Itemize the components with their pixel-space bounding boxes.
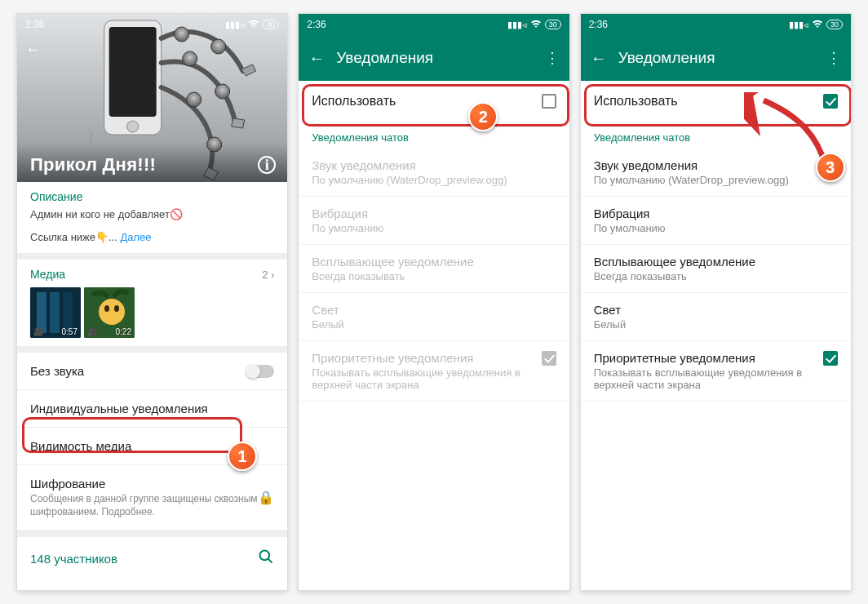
mute-label: Без звука <box>30 364 84 378</box>
priority-row: Приоритетные уведомления Показывать вспл… <box>299 341 569 402</box>
svg-point-19 <box>260 551 270 561</box>
sound-sub: По умолчанию (WaterDrop_preview.ogg) <box>594 174 838 186</box>
priority-checkbox[interactable] <box>823 351 838 366</box>
svg-point-16 <box>99 299 125 325</box>
light-row: Свет Белый <box>299 293 569 341</box>
light-row[interactable]: Свет Белый <box>581 293 851 341</box>
chat-notif-header: Уведомления чатов <box>299 122 569 149</box>
battery-icon: 30 <box>263 20 279 29</box>
svg-point-17 <box>104 305 109 312</box>
popup-row: Всплывающее уведомление Всегда показыват… <box>299 245 569 293</box>
popup-title: Всплывающее уведомление <box>594 255 838 269</box>
use-custom-row[interactable]: Использовать <box>581 81 851 122</box>
priority-sub: Показывать всплывающие уведомления в вер… <box>312 366 533 391</box>
use-custom-checkbox[interactable] <box>823 94 838 109</box>
description-text2: Ссылка ниже👇... <box>30 231 120 243</box>
encryption-sub: Сообщения в данной группе защищены сквоз… <box>30 492 258 518</box>
page-title: Уведомления <box>336 49 433 67</box>
duration-2: 0:22 <box>116 327 131 336</box>
group-header-image: iPad 2:36 ▮▮▮◃ 30 ← Прикол Дня!!! i <box>17 14 287 182</box>
clock: 2:36 <box>25 19 44 30</box>
menu-icon[interactable]: ⋮ <box>826 49 841 67</box>
priority-title: Приоритетные уведомления <box>594 351 815 365</box>
media-section[interactable]: Медиа 2 › 🎥 0:57 🎥 0:22 <box>17 260 287 353</box>
duration-1: 0:57 <box>62 327 78 336</box>
battery-icon: 30 <box>545 20 561 29</box>
priority-checkbox <box>542 351 556 366</box>
status-bar: 2:36 ▮▮▮◃ 30 <box>581 14 851 35</box>
step-badge-3: 3 <box>816 153 845 182</box>
use-custom-label: Использовать <box>312 94 396 109</box>
vibration-row[interactable]: Вибрация По умолчанию <box>581 197 851 245</box>
svg-point-6 <box>183 51 197 66</box>
light-sub: Белый <box>312 318 556 331</box>
sound-row[interactable]: Звук уведомления По умолчанию (WaterDrop… <box>581 149 851 197</box>
video-icon: 🎥 <box>87 327 97 336</box>
back-button[interactable]: ← <box>591 49 607 68</box>
priority-sub: Показывать всплывающие уведомления в вер… <box>594 366 815 391</box>
step-badge-1: 1 <box>228 442 257 471</box>
sound-row: Звук уведомления По умолчанию (WaterDrop… <box>299 149 569 197</box>
sound-title: Звук уведомления <box>312 158 556 172</box>
description-text1: Админ ни кого не добавляет🚫 <box>30 207 274 223</box>
lock-icon: 🔒 <box>258 490 274 505</box>
mute-toggle[interactable] <box>246 365 274 378</box>
svg-point-8 <box>187 92 202 107</box>
svg-point-7 <box>215 84 230 99</box>
description-label: Описание <box>30 190 274 203</box>
media-visibility-label: Видимость медиа <box>30 439 131 453</box>
vibration-title: Вибрация <box>594 207 838 220</box>
svg-line-20 <box>268 559 272 563</box>
light-title: Свет <box>594 303 838 317</box>
status-bar: 2:36 ▮▮▮◃ 30 <box>17 14 287 35</box>
wifi-icon <box>812 20 823 30</box>
more-link[interactable]: Далее <box>120 231 151 243</box>
phone-screen-3: 2:36 ▮▮▮◃ 30 ← Уведомления ⋮ Использоват… <box>580 13 852 591</box>
page-title: Уведомления <box>618 49 715 67</box>
status-bar: 2:36 ▮▮▮◃ 30 <box>299 14 569 35</box>
svg-point-18 <box>114 305 119 312</box>
participants-row[interactable]: 148 участников <box>17 531 287 580</box>
use-custom-checkbox[interactable] <box>542 94 556 109</box>
clock: 2:36 <box>589 19 608 30</box>
popup-sub: Всегда показывать <box>312 270 556 282</box>
custom-notifications-label: Индивидуальные уведомления <box>30 402 208 415</box>
description-section[interactable]: Описание Админ ни кого не добавляет🚫 Ссы… <box>17 182 287 260</box>
priority-title: Приоритетные уведомления <box>312 351 533 365</box>
toolbar: ← Уведомления ⋮ <box>299 35 569 81</box>
clock: 2:36 <box>307 19 326 30</box>
battery-icon: 30 <box>826 20 843 29</box>
wifi-icon <box>248 20 259 30</box>
encryption-row[interactable]: Шифрование Сообщения в данной группе защ… <box>17 465 287 531</box>
phone-screen-1: iPad 2:36 ▮▮▮◃ 30 ← Прикол Дня!!! i Опис… <box>16 13 288 591</box>
popup-title: Всплывающее уведомление <box>312 255 556 269</box>
video-icon: 🎥 <box>33 327 43 336</box>
priority-row[interactable]: Приоритетные уведомления Показывать вспл… <box>581 341 851 402</box>
signal-icon: ▮▮▮◃ <box>789 20 808 30</box>
svg-point-3 <box>127 121 139 132</box>
light-sub: Белый <box>594 318 838 331</box>
encryption-title: Шифрование <box>30 477 258 491</box>
mute-row[interactable]: Без звука <box>17 353 287 390</box>
media-thumb-1[interactable]: 🎥 0:57 <box>30 287 81 338</box>
wifi-icon <box>530 20 542 30</box>
custom-notifications-row[interactable]: Индивидуальные уведомления <box>17 390 287 428</box>
back-button[interactable]: ← <box>308 49 325 68</box>
use-custom-row[interactable]: Использовать <box>299 81 569 122</box>
phone-screen-2: 2:36 ▮▮▮◃ 30 ← Уведомления ⋮ Использоват… <box>298 13 569 591</box>
back-button[interactable]: ← <box>25 40 42 59</box>
sound-sub: По умолчанию (WaterDrop_preview.ogg) <box>312 174 556 186</box>
toolbar: ← Уведомления ⋮ <box>581 35 851 81</box>
popup-sub: Всегда показывать <box>594 270 838 282</box>
search-icon[interactable] <box>258 548 274 569</box>
signal-icon: ▮▮▮◃ <box>507 20 527 30</box>
group-title: Прикол Дня!!! <box>30 154 274 175</box>
light-title: Свет <box>312 303 556 317</box>
media-label: Медиа <box>30 268 65 281</box>
signal-icon: ▮▮▮◃ <box>225 20 245 30</box>
sound-title: Звук уведомления <box>594 158 838 172</box>
media-thumb-2[interactable]: 🎥 0:22 <box>84 287 135 338</box>
menu-icon[interactable]: ⋮ <box>545 49 560 67</box>
popup-row[interactable]: Всплывающее уведомление Всегда показыват… <box>581 245 851 293</box>
media-count: 2 <box>262 269 268 281</box>
